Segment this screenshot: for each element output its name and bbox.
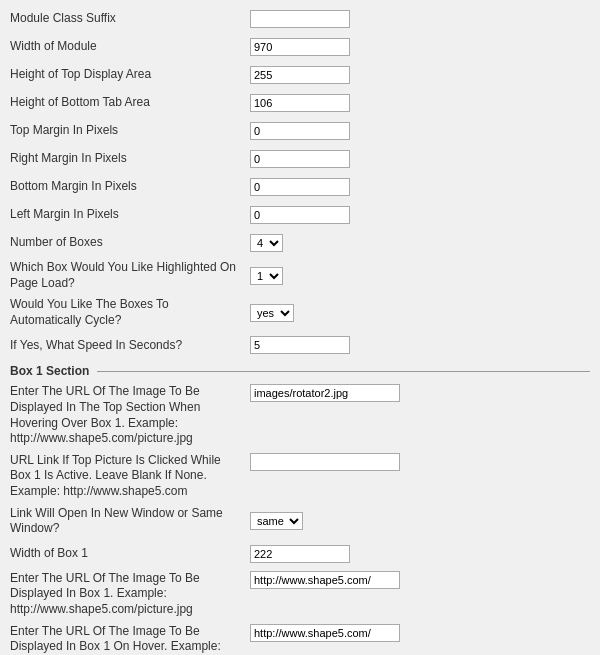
input-speed-seconds[interactable] — [250, 336, 350, 354]
input-width-box1[interactable] — [250, 545, 350, 563]
label-bottom-margin: Bottom Margin In Pixels — [10, 179, 250, 195]
field-url-top-image — [250, 384, 590, 402]
select-number-boxes[interactable]: 4 1 2 3 5 6 — [250, 234, 283, 252]
section-divider — [97, 371, 590, 372]
row-right-margin: Right Margin In Pixels — [10, 148, 590, 170]
input-url-link-top[interactable] — [250, 453, 400, 471]
field-highlighted-box: 1 2 3 4 — [250, 267, 590, 285]
field-height-bottom — [250, 94, 590, 112]
field-url-box1-image — [250, 571, 590, 589]
field-left-margin — [250, 206, 590, 224]
label-width-module: Width of Module — [10, 39, 250, 55]
field-auto-cycle: yes no — [250, 304, 590, 322]
input-url-box1-hover[interactable] — [250, 624, 400, 642]
settings-container: Module Class Suffix Width of Module Heig… — [0, 0, 600, 655]
section-header-box1: Box 1 Section — [10, 364, 590, 380]
field-right-margin — [250, 150, 590, 168]
row-url-top-image: Enter The URL Of The Image To Be Display… — [10, 384, 590, 446]
input-url-box1-image[interactable] — [250, 571, 400, 589]
label-highlighted-box: Which Box Would You Like Highlighted On … — [10, 260, 250, 291]
row-speed-seconds: If Yes, What Speed In Seconds? — [10, 334, 590, 356]
label-url-box1-image: Enter The URL Of The Image To Be Display… — [10, 571, 250, 618]
row-width-module: Width of Module — [10, 36, 590, 58]
input-bottom-margin[interactable] — [250, 178, 350, 196]
field-top-margin — [250, 122, 590, 140]
row-auto-cycle: Would You Like The Boxes To Automaticall… — [10, 297, 590, 328]
label-top-margin: Top Margin In Pixels — [10, 123, 250, 139]
label-url-box1-hover: Enter The URL Of The Image To Be Display… — [10, 624, 250, 656]
input-right-margin[interactable] — [250, 150, 350, 168]
label-auto-cycle: Would You Like The Boxes To Automaticall… — [10, 297, 250, 328]
field-link-window-top: same new — [250, 512, 590, 530]
row-link-window-top: Link Will Open In New Window or Same Win… — [10, 506, 590, 537]
select-link-window-top[interactable]: same new — [250, 512, 303, 530]
row-height-top: Height of Top Display Area — [10, 64, 590, 86]
row-number-boxes: Number of Boxes 4 1 2 3 5 6 — [10, 232, 590, 254]
label-link-window-top: Link Will Open In New Window or Same Win… — [10, 506, 250, 537]
field-width-module — [250, 38, 590, 56]
row-top-margin: Top Margin In Pixels — [10, 120, 590, 142]
label-number-boxes: Number of Boxes — [10, 235, 250, 251]
label-url-link-top: URL Link If Top Picture Is Clicked While… — [10, 453, 250, 500]
label-module-class-suffix: Module Class Suffix — [10, 11, 250, 27]
label-width-box1: Width of Box 1 — [10, 546, 250, 562]
select-highlighted-box[interactable]: 1 2 3 4 — [250, 267, 283, 285]
select-auto-cycle[interactable]: yes no — [250, 304, 294, 322]
label-height-bottom: Height of Bottom Tab Area — [10, 95, 250, 111]
row-height-bottom: Height of Bottom Tab Area — [10, 92, 590, 114]
row-url-box1-image: Enter The URL Of The Image To Be Display… — [10, 571, 590, 618]
label-url-top-image: Enter The URL Of The Image To Be Display… — [10, 384, 250, 446]
row-width-box1: Width of Box 1 — [10, 543, 590, 565]
field-number-boxes: 4 1 2 3 5 6 — [250, 234, 590, 252]
label-left-margin: Left Margin In Pixels — [10, 207, 250, 223]
field-speed-seconds — [250, 336, 590, 354]
input-height-bottom[interactable] — [250, 94, 350, 112]
input-width-module[interactable] — [250, 38, 350, 56]
input-top-margin[interactable] — [250, 122, 350, 140]
row-bottom-margin: Bottom Margin In Pixels — [10, 176, 590, 198]
row-module-class-suffix: Module Class Suffix — [10, 8, 590, 30]
row-left-margin: Left Margin In Pixels — [10, 204, 590, 226]
label-speed-seconds: If Yes, What Speed In Seconds? — [10, 338, 250, 354]
field-height-top — [250, 66, 590, 84]
field-url-box1-hover — [250, 624, 590, 642]
input-module-class-suffix[interactable] — [250, 10, 350, 28]
label-right-margin: Right Margin In Pixels — [10, 151, 250, 167]
row-highlighted-box: Which Box Would You Like Highlighted On … — [10, 260, 590, 291]
row-url-box1-hover: Enter The URL Of The Image To Be Display… — [10, 624, 590, 656]
field-width-box1 — [250, 545, 590, 563]
input-url-top-image[interactable] — [250, 384, 400, 402]
row-url-link-top: URL Link If Top Picture Is Clicked While… — [10, 453, 590, 500]
label-height-top: Height of Top Display Area — [10, 67, 250, 83]
field-bottom-margin — [250, 178, 590, 196]
field-module-class-suffix — [250, 10, 590, 28]
field-url-link-top — [250, 453, 590, 471]
input-left-margin[interactable] — [250, 206, 350, 224]
input-height-top[interactable] — [250, 66, 350, 84]
